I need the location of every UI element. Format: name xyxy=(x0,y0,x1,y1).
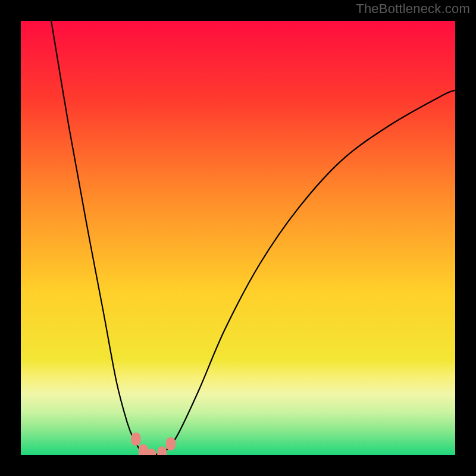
chart-root: TheBottleneck.com xyxy=(0,0,476,476)
gradient-background xyxy=(21,21,455,455)
watermark-text: TheBottleneck.com xyxy=(356,1,470,17)
chart-stage xyxy=(21,21,455,455)
